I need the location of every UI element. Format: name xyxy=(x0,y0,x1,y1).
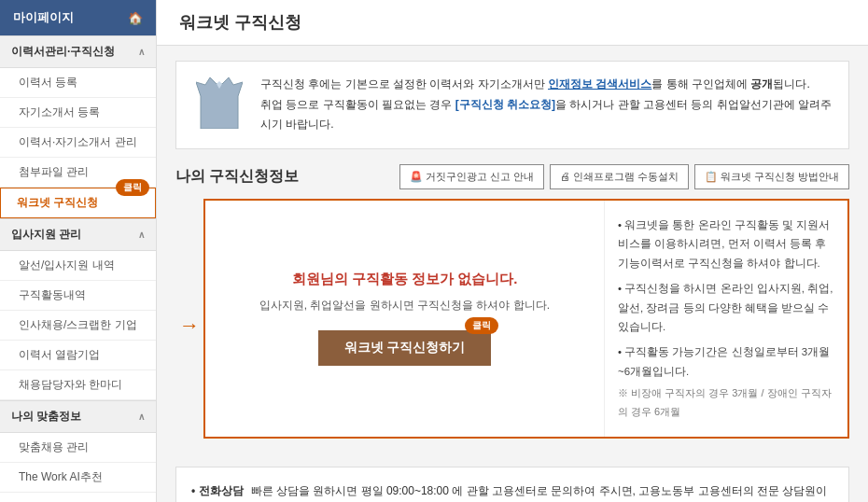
phone-contact: 전화상담 빠른 상담을 원하시면 평일 09:00~18:00 에 관할 고용센… xyxy=(191,481,833,502)
sidebar-title: 마이페이지 xyxy=(13,9,74,26)
notice-line2: 취업 등으로 구직활동이 필요없는 경우 [구직신청 취소요청]을 하시거나 관… xyxy=(260,95,833,135)
action-button-group: 🚨 거짓구인광고 신고 안내 🖨 인쇄프로그램 수동설치 📋 워크넷 구직신청 … xyxy=(399,164,849,189)
orange-arrow: → xyxy=(175,199,203,453)
contact-box: 전화상담 빠른 상담을 원하시면 평일 09:00~18:00 에 관할 고용센… xyxy=(175,467,849,502)
click-badge-register: 클릭 xyxy=(465,317,498,334)
empty-state-wrapper: → 회원님의 구직활동 정보가 없습니다. 입사지원, 취업알선을 원하시면 구… xyxy=(175,199,849,453)
print-program-button[interactable]: 🖨 인쇄프로그램 수동설치 xyxy=(550,164,689,189)
empty-state-desc: 입사지원, 취업알선을 원하시면 구직신청을 하셔야 합니다. xyxy=(259,298,550,314)
sidebar-header: 마이페이지 🏠 xyxy=(0,0,156,35)
notice-row: 구직신청 후에는 기본으로 설정한 이력서와 자기소개서만 인재정보 검색서비스… xyxy=(191,75,833,135)
section-title-row: 나의 구직신청정보 🚨 거짓구인광고 신고 안내 🖨 인쇄프로그램 수동설치 📋… xyxy=(175,164,849,189)
sidebar-section-application[interactable]: 입사지원 관리 ∧ xyxy=(0,218,156,251)
right-info-line2: • 구직신청을 하시면 온라인 입사지원, 취업, 알선, 장려금 등의 다양한… xyxy=(618,279,834,337)
empty-state-left-panel: 회원님의 구직활동 정보가 없습니다. 입사지원, 취업알선을 원하시면 구직신… xyxy=(205,201,605,437)
phone-desc: 빠른 상담을 원하시면 평일 09:00~18:00 에 관할 고용센터로 문의… xyxy=(251,481,833,502)
sidebar-item-custom-manage[interactable]: 맞춤채용 관리 xyxy=(0,433,156,463)
sidebar-item-recruiter-message[interactable]: 채용담당자와 한마디 xyxy=(0,370,156,400)
click-badge-sidebar: 클릭 xyxy=(116,179,149,196)
sidebar-item-ai-recommendation[interactable]: The Work AI추천 xyxy=(0,463,156,493)
sidebar-item-resume-manage[interactable]: 이력서·자기소개서 관리 xyxy=(0,128,156,158)
sidebar-item-scrap-company[interactable]: 인사채용/스크랩한 기업 xyxy=(0,311,156,341)
page-title: 워크넷 구직신청 xyxy=(157,0,868,46)
notice-line1: 구직신청 후에는 기본으로 설정한 이력서와 자기소개서만 인재정보 검색서비스… xyxy=(260,75,833,95)
right-info-line3: • 구직활동 가능기간은 신청일로부터 3개월~6개월입니다. xyxy=(618,342,834,381)
main-content: 구직신청 후에는 기본으로 설정한 이력서와 자기소개서만 인재정보 검색서비스… xyxy=(157,46,868,502)
my-job-section-title: 나의 구직신청정보 xyxy=(175,167,299,187)
empty-state-container: 회원님의 구직활동 정보가 없습니다. 입사지원, 취업알선을 원하시면 구직신… xyxy=(203,199,849,439)
home-icon[interactable]: 🏠 xyxy=(128,11,143,25)
chevron-icon-2: ∧ xyxy=(138,230,145,240)
sidebar-item-viewed-company[interactable]: 이력서 열람기업 xyxy=(0,341,156,370)
sidebar-item-worknet-apply[interactable]: 워크넷 구직신청 클릭 xyxy=(0,188,156,218)
notice-text: 구직신청 후에는 기본으로 설정한 이력서와 자기소개서만 인재정보 검색서비스… xyxy=(260,75,833,135)
right-info-line1: • 워크넷을 통한 온라인 구직활동 및 지원서비스를 이용하시려면, 먼저 이… xyxy=(618,216,834,273)
worknet-guide-button[interactable]: 📋 워크넷 구직신청 방법안내 xyxy=(694,164,849,189)
shirt-icon xyxy=(191,75,247,131)
notice-box: 구직신청 후에는 기본으로 설정한 이력서와 자기소개서만 인재정보 검색서비스… xyxy=(175,61,849,149)
fake-report-button[interactable]: 🚨 거짓구인광고 신고 안내 xyxy=(399,164,544,189)
empty-state-right-panel: • 워크넷을 통한 온라인 구직활동 및 지원서비스를 이용하시려면, 먼저 이… xyxy=(605,201,847,437)
empty-state-title: 회원님의 구직활동 정보가 없습니다. xyxy=(292,271,518,288)
phone-label: 전화상담 xyxy=(191,481,244,502)
register-button-wrapper: 워크넷 구직신청하기 클릭 xyxy=(318,330,492,366)
sidebar: 마이페이지 🏠 이력서관리·구직신청 ∧ 이력서 등록 자기소개서 등록 이력서… xyxy=(0,0,157,502)
chevron-icon: ∧ xyxy=(138,47,145,57)
main-area: 워크넷 구직신청 구직신청 후에는 기본으로 설정한 이력서와 자기소개서만 인… xyxy=(157,0,868,502)
sidebar-item-cover-letter[interactable]: 자기소개서 등록 xyxy=(0,98,156,128)
sidebar-section-resume[interactable]: 이력서관리·구직신청 ∧ xyxy=(0,35,156,68)
sidebar-item-resume-register[interactable]: 이력서 등록 xyxy=(0,68,156,98)
sidebar-section-custom[interactable]: 나의 맞춤정보 ∧ xyxy=(0,400,156,433)
sidebar-item-job-activity[interactable]: 구직활동내역 xyxy=(0,281,156,311)
chevron-icon-3: ∧ xyxy=(138,411,145,422)
worknet-register-button[interactable]: 워크넷 구직신청하기 xyxy=(318,330,492,366)
sidebar-item-job-compass[interactable]: 취업나침반 xyxy=(0,493,156,502)
right-info-line4: ※ 비장애 구직자의 경우 3개월 / 장애인 구직자의 경우 6개월 xyxy=(618,384,834,422)
sidebar-item-application-history[interactable]: 알선/입사지원 내역 xyxy=(0,251,156,281)
